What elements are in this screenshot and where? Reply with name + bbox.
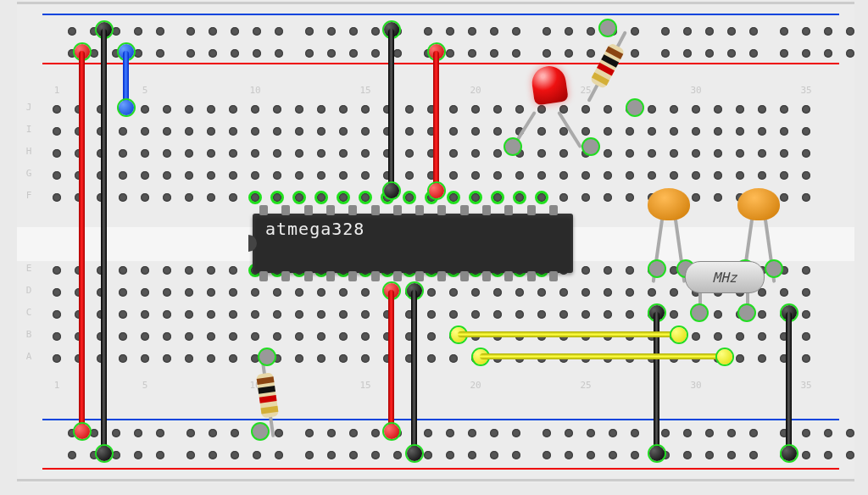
row-label: D: [22, 285, 36, 297]
tie-point: [542, 27, 551, 36]
tie-point: [705, 429, 714, 437]
tie-point: [427, 288, 436, 297]
tie-point: [537, 105, 546, 114]
tie-point: [273, 332, 281, 341]
tie-point: [207, 193, 215, 202]
tie-point: [490, 27, 498, 36]
tie-point: [361, 149, 370, 158]
tie-point: [119, 288, 127, 297]
tie-point: [371, 49, 380, 58]
col-label: 10: [247, 85, 264, 96]
tie-point: [449, 310, 458, 319]
tie-point: [802, 310, 810, 319]
tie-point: [609, 429, 617, 437]
tie-point: [670, 288, 678, 297]
tie-point: [493, 193, 502, 202]
row-label: G: [22, 168, 36, 180]
resistor-end: [627, 100, 643, 115]
col-label: 35: [798, 85, 815, 96]
tie-point: [727, 27, 736, 36]
tie-point: [163, 310, 171, 319]
resistor-end: [259, 349, 275, 364]
tie-point: [749, 429, 758, 437]
tie-point: [802, 49, 810, 58]
tie-point: [327, 27, 336, 36]
tie-point: [405, 105, 414, 114]
tie-point: [424, 27, 432, 36]
tie-point: [229, 332, 237, 341]
tie-point: [631, 49, 639, 58]
bottom-rail-negative: [42, 419, 839, 420]
wire-end: [119, 100, 134, 115]
tie-point: [209, 49, 217, 58]
tie-point: [327, 451, 336, 459]
tie-point: [361, 332, 370, 341]
tie-point: [53, 266, 61, 275]
wire-gnd-cap2: [786, 312, 792, 453]
tie-point: [727, 429, 736, 437]
tie-point: [317, 171, 326, 180]
tie-point: [424, 429, 432, 437]
tie-point: [581, 310, 590, 319]
tie-point: [207, 310, 215, 319]
tie-point: [471, 127, 480, 136]
tie-point: [714, 332, 722, 341]
tie-point: [317, 354, 326, 363]
wire-vcc-left: [79, 51, 85, 432]
tie-point: [371, 27, 380, 36]
tie-point: [327, 429, 336, 437]
tie-point: [727, 451, 736, 459]
row-label: C: [22, 307, 36, 319]
tie-point: [626, 310, 634, 319]
tie-point: [626, 193, 634, 202]
wire-gnd-chip-top: [388, 29, 394, 188]
tie-point: [405, 193, 414, 202]
tie-point: [581, 171, 590, 180]
tie-point: [648, 105, 656, 114]
tie-point: [317, 288, 326, 297]
tie-point: [339, 332, 348, 341]
breadboard: JIHGFEDCBA 1155101015152020252530303535: [17, 0, 854, 483]
tie-point: [692, 127, 700, 136]
tie-point: [275, 451, 283, 459]
tie-point: [112, 429, 120, 437]
wire-end: [649, 446, 665, 461]
tie-point: [537, 288, 546, 297]
row-label: B: [22, 329, 36, 341]
row-label: H: [22, 146, 36, 158]
tie-point: [317, 105, 326, 114]
tie-point: [90, 49, 98, 58]
wire-end: [407, 446, 422, 461]
tie-point: [780, 127, 788, 136]
tie-point: [317, 310, 326, 319]
tie-point: [471, 149, 480, 158]
tie-point: [251, 105, 259, 114]
tie-point: [405, 127, 414, 136]
tie-point: [449, 127, 458, 136]
tie-point: [141, 193, 149, 202]
tie-point: [251, 332, 259, 341]
tie-point: [692, 171, 700, 180]
wire-end: [97, 446, 112, 461]
tie-point: [802, 27, 810, 36]
tie-point: [317, 332, 326, 341]
tie-point: [251, 149, 259, 158]
tie-point: [648, 171, 656, 180]
tie-point: [275, 49, 283, 58]
tie-point: [53, 288, 61, 297]
col-label: 5: [136, 85, 153, 96]
tie-point: [393, 451, 402, 459]
row-label: I: [22, 124, 36, 136]
tie-point: [493, 288, 502, 297]
tie-point: [581, 193, 590, 202]
tie-point: [163, 127, 171, 136]
tie-point: [468, 451, 476, 459]
tie-point: [581, 127, 590, 136]
tie-point: [802, 127, 810, 136]
tie-point: [449, 171, 458, 180]
tie-point: [141, 310, 149, 319]
tie-point: [163, 332, 171, 341]
tie-point: [661, 429, 670, 437]
tie-point: [141, 332, 149, 341]
tie-point: [317, 193, 326, 202]
